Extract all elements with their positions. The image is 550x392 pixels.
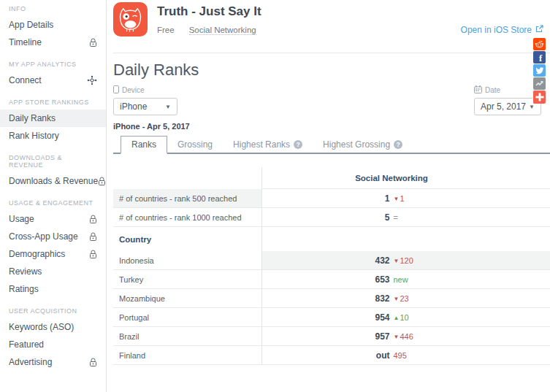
- sidebar-item-advertising[interactable]: Advertising: [0, 353, 106, 371]
- device-select-value: iPhone: [120, 101, 147, 112]
- sidebar-item-cross-app-usage[interactable]: Cross-App Usage: [0, 228, 106, 245]
- sidebar-item-timeline[interactable]: Timeline: [0, 34, 106, 51]
- sidebar-section-app-store-rankings: APP STORE RANKINGSDaily RanksRank Histor…: [0, 89, 106, 145]
- sidebar-item-keywords-aso[interactable]: Keywords (ASO): [0, 318, 106, 336]
- sidebar-item-demographics[interactable]: Demographics: [0, 245, 106, 263]
- country-value-cell: 653new: [261, 270, 550, 289]
- country-section-header-row: Country: [113, 227, 550, 251]
- lock-icon: [89, 358, 97, 367]
- device-icon: [113, 85, 119, 95]
- app-titles: Truth - Just Say It Free Social Networki…: [157, 2, 261, 53]
- rank-change: ▲10: [394, 313, 426, 322]
- rank-value: 5: [358, 212, 390, 223]
- rank-value: 1: [358, 193, 390, 204]
- sidebar-section-header: USER ACQUISITION: [0, 298, 106, 318]
- sidebar-section-header: MY APP ANALYTICS: [0, 51, 106, 72]
- facebook-icon[interactable]: f: [533, 51, 546, 64]
- down-arrow-icon: ▼: [394, 296, 400, 302]
- share-toolbar: f: [533, 38, 546, 104]
- up-arrow-icon: ▲: [394, 315, 400, 321]
- addthis-icon[interactable]: [532, 91, 546, 104]
- sidebar-item-rank-history[interactable]: Rank History: [0, 127, 106, 145]
- sidebar-item-downloads-revenue[interactable]: Downloads & Revenue: [0, 172, 106, 190]
- app-category-link[interactable]: Social Networking: [189, 26, 256, 35]
- svg-text:f: f: [539, 53, 543, 62]
- calendar-icon: [474, 85, 482, 95]
- lock-icon: [89, 250, 97, 259]
- rank-value: 653: [358, 274, 390, 285]
- sidebar-item-label: Downloads & Revenue: [9, 176, 98, 186]
- tab-grossing[interactable]: Grossing: [167, 136, 223, 153]
- app-meta: Free Social Networking: [157, 26, 261, 35]
- chevron-down-icon: ▼: [529, 104, 535, 110]
- country-value-cell: 432▼120: [261, 251, 550, 270]
- country-row-portugal: Portugal954▲10: [113, 308, 550, 327]
- table-header-spacer: [113, 167, 261, 189]
- connect-icon: [87, 75, 97, 85]
- down-arrow-icon: ▼: [394, 334, 400, 340]
- sidebar-item-label: Timeline: [9, 37, 42, 47]
- device-select[interactable]: iPhone ▼: [113, 98, 177, 115]
- sidebar-section-info: INFOApp DetailsTimeline: [0, 1, 106, 51]
- rank-change: 495: [394, 351, 426, 360]
- tab-highest-grossing[interactable]: Highest Grossing?: [313, 136, 413, 153]
- sidebar-section-header: INFO: [0, 1, 106, 16]
- rank-change: ▼23: [394, 294, 426, 303]
- tab-highest-ranks[interactable]: Highest Ranks?: [223, 136, 313, 153]
- sidebar-item-daily-ranks[interactable]: Daily Ranks: [0, 109, 106, 127]
- rank-value: 957: [358, 331, 390, 342]
- summary-value-cell: 1▼1: [261, 189, 550, 208]
- tab-label: Highest Grossing: [323, 139, 390, 150]
- sidebar-section-header: USAGE & ENGAGEMENT: [0, 190, 106, 210]
- device-control: Device iPhone ▼: [113, 85, 177, 115]
- country-row-turkey: Turkey653new: [113, 270, 550, 289]
- app-price: Free: [157, 26, 175, 35]
- device-label: Device: [113, 85, 177, 95]
- sidebar-item-usage[interactable]: Usage: [0, 210, 106, 228]
- date-label: Date: [474, 85, 541, 95]
- summary-row-of-countries-rank-500-reached: # of countries - rank 500 reached1▼1: [113, 189, 550, 208]
- chevron-down-icon: ▼: [165, 104, 171, 110]
- app-header: Truth - Just Say It Free Social Networki…: [113, 0, 550, 53]
- reddit-icon[interactable]: [533, 38, 546, 50]
- rank-value: out: [358, 350, 390, 361]
- page-title: Daily Ranks: [113, 61, 550, 80]
- ranks-table: Social Networking # of countries - rank …: [113, 167, 550, 365]
- open-in-ios-store-link[interactable]: Open in iOS Store: [461, 25, 543, 35]
- sidebar-item-label: Demographics: [9, 249, 65, 259]
- sidebar-item-featured[interactable]: Featured: [0, 336, 106, 353]
- rank-value: 954: [358, 312, 390, 323]
- summary-value-cell: 5=: [261, 208, 550, 227]
- share-more-icon[interactable]: [533, 77, 546, 90]
- lock-icon: [89, 232, 97, 242]
- date-select[interactable]: Apr 5, 2017 ▼: [474, 98, 541, 115]
- down-arrow-icon: ▼: [394, 258, 400, 264]
- sidebar-section-header: APP STORE RANKINGS: [0, 89, 106, 109]
- help-icon[interactable]: ?: [294, 140, 302, 149]
- sidebar-item-app-details[interactable]: App Details: [0, 16, 106, 34]
- external-link-icon: [535, 25, 543, 35]
- sidebar-item-label: Rank History: [9, 131, 59, 141]
- summary-label: # of countries - rank 500 reached: [113, 189, 261, 208]
- country-value-cell: 954▲10: [261, 308, 550, 327]
- rank-value: 832: [358, 293, 390, 304]
- sidebar-item-label: Reviews: [9, 266, 42, 277]
- rank-change: ▼1: [394, 194, 426, 203]
- store-link-label: Open in iOS Store: [461, 25, 532, 35]
- sidebar-item-reviews[interactable]: Reviews: [0, 263, 106, 280]
- sidebar-item-label: Featured: [9, 339, 44, 350]
- help-icon[interactable]: ?: [394, 140, 402, 149]
- main-content: Truth - Just Say It Free Social Networki…: [107, 0, 550, 392]
- sidebar-item-connect[interactable]: Connect: [0, 72, 106, 89]
- twitter-icon[interactable]: [533, 64, 546, 77]
- sidebar-item-label: App Details: [9, 20, 53, 30]
- sidebar-section-usage-engagement: USAGE & ENGAGEMENTUsageCross-App UsageDe…: [0, 190, 106, 298]
- tab-ranks[interactable]: Ranks: [121, 136, 167, 154]
- sidebar-item-label: Daily Ranks: [9, 113, 56, 123]
- sidebar-item-ratings[interactable]: Ratings: [0, 280, 106, 298]
- sidebar-item-label: Connect: [9, 75, 42, 85]
- rank-change: =: [394, 213, 426, 222]
- table-column-header: Social Networking: [261, 167, 550, 189]
- date-control: Date Apr 5, 2017 ▼: [474, 85, 541, 115]
- table-header-row: Social Networking: [113, 167, 550, 189]
